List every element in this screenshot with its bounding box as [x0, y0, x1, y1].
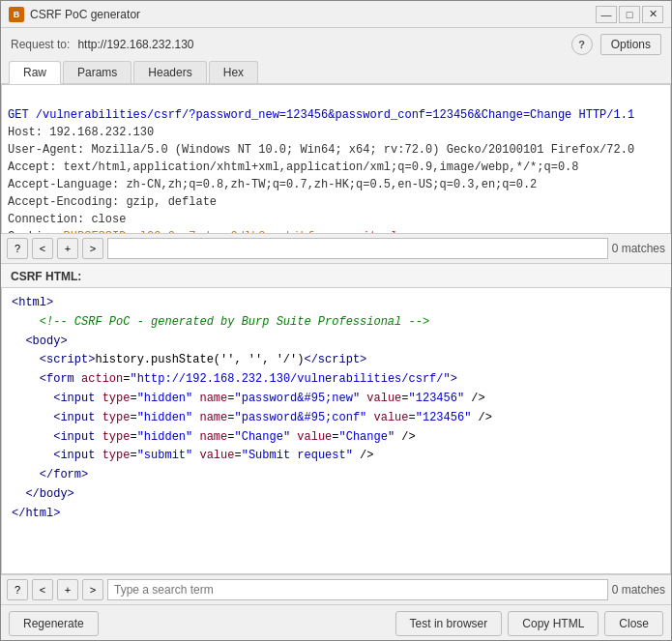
close-button[interactable]: Close: [604, 611, 663, 636]
html-line-5: <form action="http://192.168.232.130/vul…: [12, 370, 660, 390]
request-bar: Request to: http://192.168.232.130 ? Opt…: [1, 28, 671, 61]
tab-params[interactable]: Params: [63, 61, 131, 83]
tab-hex[interactable]: Hex: [209, 61, 258, 83]
top-search-bar: ? < + > 0 matches: [1, 234, 671, 264]
regenerate-button[interactable]: Regenerate: [9, 611, 99, 636]
bottom-search-input[interactable]: [107, 579, 608, 600]
bottom-help-btn[interactable]: ?: [7, 579, 28, 600]
html-line-8: <input type="hidden" name="Change" value…: [12, 428, 660, 448]
tab-raw[interactable]: Raw: [9, 61, 61, 84]
bottom-add-btn[interactable]: +: [57, 579, 78, 600]
options-button[interactable]: Options: [600, 34, 661, 55]
html-line-3: <body>: [12, 333, 660, 352]
search-add-btn[interactable]: +: [57, 238, 78, 259]
help-button[interactable]: ?: [571, 34, 593, 55]
tab-headers[interactable]: Headers: [133, 61, 206, 83]
copy-html-button[interactable]: Copy HTML: [508, 611, 599, 636]
request-text: GET /vulnerabilities/csrf/?password_new=…: [8, 89, 664, 234]
html-line-2: <!-- CSRF PoC - generated by Burp Suite …: [12, 313, 660, 333]
main-container: Request to: http://192.168.232.130 ? Opt…: [1, 28, 671, 641]
maximize-button[interactable]: □: [619, 6, 640, 23]
html-line-11: </body>: [12, 485, 660, 505]
html-line-4: <script>history.pushState('', '', '/')</…: [12, 351, 660, 370]
window-title: CSRF PoC generator: [30, 8, 596, 21]
titlebar: B CSRF PoC generator — □ ✕: [1, 1, 671, 28]
request-to-label: Request to:: [11, 38, 70, 51]
request-url: http://192.168.232.130: [77, 38, 193, 51]
csrf-label: CSRF HTML:: [1, 264, 671, 287]
close-window-button[interactable]: ✕: [642, 6, 663, 23]
csrf-html-code: <html> <!-- CSRF PoC - generated by Burp…: [12, 294, 660, 524]
bottom-search-bar: ? < + > 0 matches: [1, 574, 671, 604]
minimize-button[interactable]: —: [596, 6, 617, 23]
bottom-next-btn[interactable]: >: [82, 579, 103, 600]
search-next-btn[interactable]: >: [82, 238, 103, 259]
bottom-prev-btn[interactable]: <: [32, 579, 53, 600]
csrf-section: CSRF HTML: <html> <!-- CSRF PoC - genera…: [1, 264, 671, 604]
action-bar: Regenerate Test in browser Copy HTML Clo…: [1, 604, 671, 641]
html-line-9: <input type="submit" value="Submit reque…: [12, 447, 660, 466]
app-icon: B: [9, 7, 24, 22]
html-line-12: </html>: [12, 505, 660, 524]
search-prev-btn[interactable]: <: [32, 238, 53, 259]
html-line-10: </form>: [12, 466, 660, 485]
window-controls: — □ ✕: [596, 6, 663, 23]
bottom-matches-label: 0 matches: [612, 583, 665, 597]
app-icon-letter: B: [14, 10, 20, 19]
html-line-7: <input type="hidden" name="password&#95;…: [12, 409, 660, 428]
html-line-1: <html>: [12, 294, 660, 313]
request-tabs: Raw Params Headers Hex: [1, 61, 671, 84]
request-content[interactable]: GET /vulnerabilities/csrf/?password_new=…: [1, 84, 671, 234]
top-matches-label: 0 matches: [612, 242, 665, 255]
search-help-btn[interactable]: ?: [7, 238, 28, 259]
html-line-6: <input type="hidden" name="password&#95;…: [12, 390, 660, 409]
top-search-input[interactable]: [107, 238, 608, 259]
test-browser-button[interactable]: Test in browser: [395, 611, 503, 636]
csrf-content[interactable]: <html> <!-- CSRF PoC - generated by Burp…: [1, 287, 671, 574]
